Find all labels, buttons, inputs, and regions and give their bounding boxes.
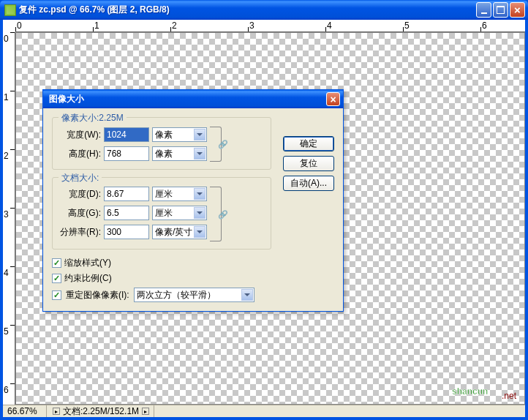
resolution-unit-select[interactable]: 像素/英寸 <box>152 225 207 239</box>
scale-styles-label[interactable]: 缩放样式(Y) <box>64 257 111 269</box>
resample-label[interactable]: 重定图像像素(I): <box>66 289 129 301</box>
doc-height-label: 高度(G): <box>59 207 101 220</box>
doc-size[interactable]: ▸ 文档:2.25M/152.1M ▸ <box>47 405 154 417</box>
titlebar[interactable]: 复件 zc.psd @ 66.7% (图层 2, RGB/8) <box>0 0 528 20</box>
ruler-horizontal[interactable]: 0123456 <box>15 20 525 32</box>
doc-width-label: 宽度(D): <box>59 188 101 200</box>
chevron-down-icon <box>194 148 205 160</box>
doc-height-unit: 厘米 <box>155 207 173 220</box>
link-icon: 🔗 <box>218 140 228 149</box>
dialog-titlebar[interactable]: 图像大小 × <box>43 90 343 108</box>
image-size-dialog: 图像大小 × 确定 复位 自动(A)... 像素大小:2.25M 宽度(W): <box>42 89 344 312</box>
px-height-unit-select[interactable]: 像素 <box>152 146 207 161</box>
document-size-fieldset: 文档大小: 宽度(D): 厘米 高度(G): 厘米 <box>52 177 271 250</box>
chevron-down-icon <box>194 188 205 200</box>
px-width-unit-select[interactable]: 像素 <box>152 127 207 142</box>
doc-height-unit-select[interactable]: 厘米 <box>152 206 207 220</box>
ok-label: 确定 <box>300 138 317 150</box>
doc-width-unit: 厘米 <box>155 188 173 200</box>
doc-size-text: 文档:2.25M/152.1M <box>63 405 139 418</box>
resample-row: ✓ 重定图像像素(I): 两次立方（较平滑） <box>52 288 334 302</box>
resolution-input[interactable] <box>104 225 149 239</box>
px-width-label: 宽度(W): <box>59 129 101 141</box>
zoom-text: 66.67% <box>7 406 37 416</box>
constrain-checkbox[interactable]: ✓ <box>52 274 61 283</box>
zoom-level[interactable]: 66.67% <box>3 405 47 417</box>
dialog-close-button[interactable]: × <box>326 92 340 106</box>
resample-method-text: 两次立方（较平滑） <box>137 289 216 301</box>
link-icon: 🔗 <box>218 209 228 219</box>
resample-method-select[interactable]: 两次立方（较平滑） <box>134 288 254 302</box>
px-width-input[interactable] <box>104 127 149 142</box>
maximize-button[interactable] <box>493 2 508 18</box>
px-width-unit: 像素 <box>155 129 173 141</box>
px-height-unit: 像素 <box>155 148 173 160</box>
chevron-down-icon <box>194 207 205 219</box>
doc-height-input[interactable] <box>104 206 149 220</box>
dialog-body: 确定 复位 自动(A)... 像素大小:2.25M 宽度(W): 像素 <box>43 108 343 311</box>
chevron-right-icon[interactable]: ▸ <box>53 408 60 415</box>
chevron-down-icon <box>241 289 253 301</box>
chevron-right-icon[interactable]: ▸ <box>142 408 149 415</box>
reset-button[interactable]: 复位 <box>283 156 334 171</box>
doc-width-input[interactable] <box>104 187 149 201</box>
main-window: 复件 zc.psd @ 66.7% (图层 2, RGB/8) 0123456 … <box>0 0 528 420</box>
scale-styles-row: ✓ 缩放样式(Y) <box>52 257 334 269</box>
link-bracket: 🔗 <box>210 187 222 241</box>
dialog-title-text: 图像大小 <box>46 93 326 105</box>
ruler-vertical[interactable]: 0123456 <box>3 32 15 405</box>
constrain-row: ✓ 约束比例(C) <box>52 272 334 285</box>
close-button[interactable] <box>510 2 525 18</box>
link-bracket: 🔗 <box>210 127 222 162</box>
constrain-label[interactable]: 约束比例(C) <box>64 272 112 285</box>
pixel-dim-legend: 像素大小:2.25M <box>59 112 127 124</box>
pixel-dimensions-fieldset: 像素大小:2.25M 宽度(W): 像素 高度(H): 像素 <box>52 117 271 170</box>
resolution-unit: 像素/英寸 <box>155 226 192 239</box>
resample-checkbox[interactable]: ✓ <box>52 290 61 300</box>
workspace: 0123456 0123456 66.67% ▸ 文档:2.25M/152.1M… <box>3 20 525 417</box>
chevron-down-icon <box>194 129 205 140</box>
doc-dim-legend: 文档大小: <box>59 172 102 184</box>
doc-width-unit-select[interactable]: 厘米 <box>152 187 207 201</box>
minimize-button[interactable] <box>476 2 491 18</box>
window-title: 复件 zc.psd @ 66.7% (图层 2, RGB/8) <box>19 4 476 16</box>
app-icon <box>4 4 16 16</box>
window-controls <box>476 2 525 18</box>
statusbar: 66.67% ▸ 文档:2.25M/152.1M ▸ <box>3 405 525 417</box>
chevron-down-icon <box>194 226 205 238</box>
auto-label: 自动(A)... <box>290 177 327 190</box>
scale-styles-checkbox[interactable]: ✓ <box>52 258 61 268</box>
dialog-side-buttons: 确定 复位 自动(A)... <box>283 136 334 191</box>
px-height-input[interactable] <box>104 146 149 161</box>
ok-button[interactable]: 确定 <box>283 136 334 151</box>
px-height-label: 高度(H): <box>59 148 101 160</box>
resolution-label: 分辨率(R): <box>59 226 101 239</box>
reset-label: 复位 <box>300 157 317 170</box>
auto-button[interactable]: 自动(A)... <box>283 176 334 191</box>
